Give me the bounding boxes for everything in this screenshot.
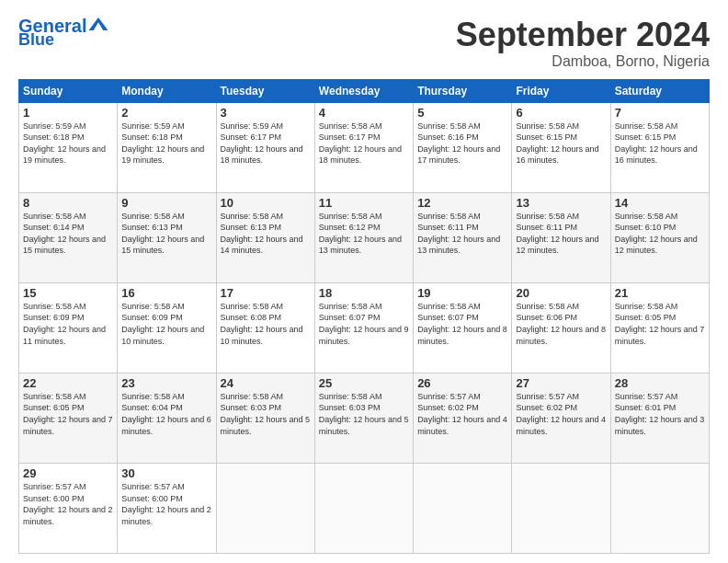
day-number: 26	[417, 376, 507, 390]
day-info: Sunrise: 5:58 AM Sunset: 6:05 PM Dayligh…	[23, 391, 113, 437]
calendar-cell: 27Sunrise: 5:57 AM Sunset: 6:02 PM Dayli…	[512, 373, 610, 463]
day-number: 2	[121, 106, 211, 120]
calendar-cell: 12Sunrise: 5:58 AM Sunset: 6:11 PM Dayli…	[414, 192, 512, 282]
title-block: September 2024 Damboa, Borno, Nigeria	[456, 17, 710, 70]
calendar-cell	[610, 463, 709, 553]
day-info: Sunrise: 5:58 AM Sunset: 6:07 PM Dayligh…	[417, 301, 507, 347]
calendar-cell: 6Sunrise: 5:58 AM Sunset: 6:15 PM Daylig…	[512, 102, 610, 192]
calendar-cell: 28Sunrise: 5:57 AM Sunset: 6:01 PM Dayli…	[610, 373, 709, 463]
calendar-cell: 5Sunrise: 5:58 AM Sunset: 6:16 PM Daylig…	[414, 102, 512, 192]
calendar-header-thursday: Thursday	[414, 79, 512, 102]
calendar-cell: 8Sunrise: 5:58 AM Sunset: 6:14 PM Daylig…	[19, 192, 118, 282]
day-number: 27	[516, 376, 606, 390]
day-info: Sunrise: 5:58 AM Sunset: 6:06 PM Dayligh…	[516, 301, 606, 347]
day-info: Sunrise: 5:58 AM Sunset: 6:03 PM Dayligh…	[221, 391, 311, 437]
day-number: 29	[23, 466, 113, 480]
day-number: 9	[121, 196, 211, 210]
calendar-cell: 18Sunrise: 5:58 AM Sunset: 6:07 PM Dayli…	[314, 282, 413, 373]
svg-marker-0	[89, 17, 108, 30]
day-number: 19	[417, 286, 507, 300]
day-number: 30	[121, 466, 211, 480]
day-info: Sunrise: 5:58 AM Sunset: 6:05 PM Dayligh…	[615, 301, 705, 347]
day-number: 20	[516, 286, 606, 300]
calendar-week-row: 8Sunrise: 5:58 AM Sunset: 6:14 PM Daylig…	[19, 192, 710, 282]
day-info: Sunrise: 5:58 AM Sunset: 6:11 PM Dayligh…	[516, 211, 606, 257]
calendar-cell: 16Sunrise: 5:58 AM Sunset: 6:09 PM Dayli…	[118, 282, 216, 373]
calendar-cell	[512, 463, 610, 553]
calendar-cell	[414, 463, 512, 553]
day-info: Sunrise: 5:58 AM Sunset: 6:15 PM Dayligh…	[516, 121, 606, 167]
calendar-cell: 4Sunrise: 5:58 AM Sunset: 6:17 PM Daylig…	[314, 102, 413, 192]
day-info: Sunrise: 5:58 AM Sunset: 6:09 PM Dayligh…	[121, 301, 211, 347]
day-info: Sunrise: 5:58 AM Sunset: 6:08 PM Dayligh…	[221, 301, 311, 347]
day-info: Sunrise: 5:57 AM Sunset: 6:00 PM Dayligh…	[23, 481, 113, 527]
day-info: Sunrise: 5:57 AM Sunset: 6:01 PM Dayligh…	[615, 391, 705, 437]
day-number: 12	[417, 196, 507, 210]
day-number: 8	[23, 196, 113, 210]
day-number: 24	[221, 376, 311, 390]
calendar-week-row: 1Sunrise: 5:59 AM Sunset: 6:18 PM Daylig…	[19, 102, 710, 192]
day-info: Sunrise: 5:58 AM Sunset: 6:15 PM Dayligh…	[615, 121, 705, 167]
calendar-cell: 24Sunrise: 5:58 AM Sunset: 6:03 PM Dayli…	[216, 373, 314, 463]
calendar-cell: 26Sunrise: 5:57 AM Sunset: 6:02 PM Dayli…	[414, 373, 512, 463]
day-number: 1	[23, 106, 113, 120]
calendar-cell: 22Sunrise: 5:58 AM Sunset: 6:05 PM Dayli…	[19, 373, 118, 463]
page: General Blue September 2024 Damboa, Born…	[0, 0, 728, 563]
day-number: 18	[319, 286, 409, 300]
calendar-table: SundayMondayTuesdayWednesdayThursdayFrid…	[18, 79, 710, 554]
day-info: Sunrise: 5:57 AM Sunset: 6:02 PM Dayligh…	[516, 391, 606, 437]
calendar-cell: 3Sunrise: 5:59 AM Sunset: 6:17 PM Daylig…	[216, 102, 314, 192]
header: General Blue September 2024 Damboa, Born…	[18, 17, 710, 70]
day-info: Sunrise: 5:58 AM Sunset: 6:11 PM Dayligh…	[417, 211, 507, 257]
calendar-cell: 20Sunrise: 5:58 AM Sunset: 6:06 PM Dayli…	[512, 282, 610, 373]
calendar-cell: 29Sunrise: 5:57 AM Sunset: 6:00 PM Dayli…	[19, 463, 118, 553]
calendar-cell: 21Sunrise: 5:58 AM Sunset: 6:05 PM Dayli…	[610, 282, 709, 373]
day-number: 14	[615, 196, 705, 210]
calendar-week-row: 22Sunrise: 5:58 AM Sunset: 6:05 PM Dayli…	[19, 373, 710, 463]
day-number: 10	[221, 196, 311, 210]
calendar-cell: 11Sunrise: 5:58 AM Sunset: 6:12 PM Dayli…	[314, 192, 413, 282]
calendar-header-wednesday: Wednesday	[314, 79, 413, 102]
calendar-cell: 25Sunrise: 5:58 AM Sunset: 6:03 PM Dayli…	[314, 373, 413, 463]
day-number: 3	[221, 106, 311, 120]
calendar-header-friday: Friday	[512, 79, 610, 102]
day-info: Sunrise: 5:57 AM Sunset: 6:02 PM Dayligh…	[417, 391, 507, 437]
logo-blue: Blue	[18, 31, 54, 48]
day-number: 21	[615, 286, 705, 300]
calendar-cell: 23Sunrise: 5:58 AM Sunset: 6:04 PM Dayli…	[118, 373, 216, 463]
calendar-week-row: 29Sunrise: 5:57 AM Sunset: 6:00 PM Dayli…	[19, 463, 710, 553]
calendar-cell	[216, 463, 314, 553]
day-info: Sunrise: 5:58 AM Sunset: 6:13 PM Dayligh…	[221, 211, 311, 257]
day-number: 15	[23, 286, 113, 300]
calendar-cell: 17Sunrise: 5:58 AM Sunset: 6:08 PM Dayli…	[216, 282, 314, 373]
day-number: 6	[516, 106, 606, 120]
day-info: Sunrise: 5:57 AM Sunset: 6:00 PM Dayligh…	[121, 481, 211, 527]
day-number: 23	[121, 376, 211, 390]
day-info: Sunrise: 5:58 AM Sunset: 6:17 PM Dayligh…	[319, 121, 409, 167]
logo-icon	[88, 17, 108, 30]
day-number: 5	[417, 106, 507, 120]
day-number: 16	[121, 286, 211, 300]
calendar-cell: 7Sunrise: 5:58 AM Sunset: 6:15 PM Daylig…	[610, 102, 709, 192]
calendar-cell: 30Sunrise: 5:57 AM Sunset: 6:00 PM Dayli…	[118, 463, 216, 553]
calendar-cell: 10Sunrise: 5:58 AM Sunset: 6:13 PM Dayli…	[216, 192, 314, 282]
calendar-cell: 2Sunrise: 5:59 AM Sunset: 6:18 PM Daylig…	[118, 102, 216, 192]
calendar-cell: 1Sunrise: 5:59 AM Sunset: 6:18 PM Daylig…	[19, 102, 118, 192]
calendar-cell: 19Sunrise: 5:58 AM Sunset: 6:07 PM Dayli…	[414, 282, 512, 373]
day-info: Sunrise: 5:58 AM Sunset: 6:09 PM Dayligh…	[23, 301, 113, 347]
logo: General Blue	[18, 17, 108, 48]
day-number: 11	[319, 196, 409, 210]
day-number: 13	[516, 196, 606, 210]
calendar-cell: 15Sunrise: 5:58 AM Sunset: 6:09 PM Dayli…	[19, 282, 118, 373]
day-info: Sunrise: 5:58 AM Sunset: 6:03 PM Dayligh…	[319, 391, 409, 437]
calendar-header-tuesday: Tuesday	[216, 79, 314, 102]
day-number: 4	[319, 106, 409, 120]
day-number: 22	[23, 376, 113, 390]
day-info: Sunrise: 5:59 AM Sunset: 6:18 PM Dayligh…	[121, 121, 211, 167]
calendar-header-sunday: Sunday	[19, 79, 118, 102]
day-info: Sunrise: 5:58 AM Sunset: 6:14 PM Dayligh…	[23, 211, 113, 257]
calendar-header-monday: Monday	[118, 79, 216, 102]
day-info: Sunrise: 5:59 AM Sunset: 6:18 PM Dayligh…	[23, 121, 113, 167]
day-number: 17	[221, 286, 311, 300]
day-info: Sunrise: 5:58 AM Sunset: 6:13 PM Dayligh…	[121, 211, 211, 257]
